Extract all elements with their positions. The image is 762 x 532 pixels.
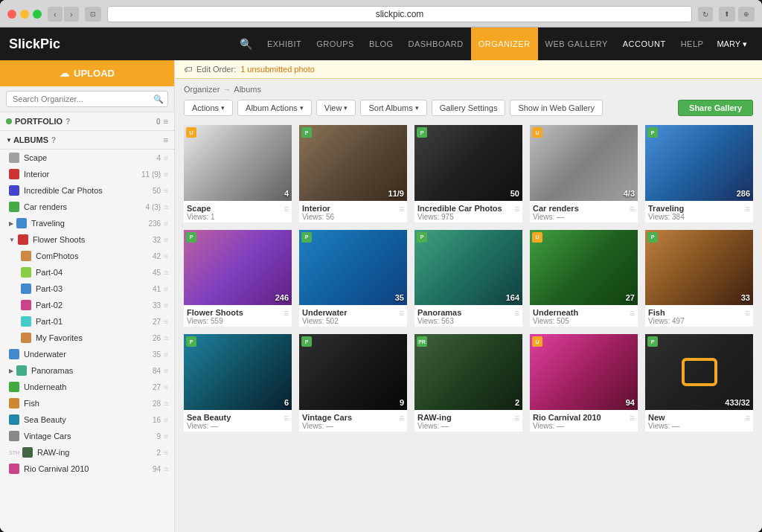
album-drag-handle[interactable]: ≡	[284, 204, 289, 214]
album-card[interactable]: P 164 Panoramas Views: 563 ≡	[414, 230, 522, 327]
portfolio-help-icon[interactable]: ?	[65, 118, 70, 126]
drag-handle[interactable]: ≡	[164, 170, 168, 179]
share-browser-button[interactable]: ⬆	[719, 7, 735, 22]
sidebar-item-car-renders[interactable]: Car renders 4 (3) ≡	[0, 199, 174, 215]
sidebar-item-panoramas[interactable]: ▶ Panoramas 84 ≡	[0, 362, 174, 379]
nav-dashboard[interactable]: DASHBOARD	[401, 28, 471, 60]
drag-handle[interactable]: ≡	[164, 269, 168, 277]
drag-handle[interactable]: ≡	[164, 154, 168, 162]
tab-button[interactable]: ⊡	[85, 7, 101, 22]
expand-arrow[interactable]: ▶	[9, 368, 13, 374]
album-card[interactable]: P 433/32 New Views: — ≡	[645, 334, 753, 432]
actions-button[interactable]: Actions ▾	[184, 100, 233, 116]
album-thumbnail[interactable]: U 27	[530, 230, 638, 306]
sidebar-item-interior[interactable]: Interior 11 (9) ≡	[0, 166, 174, 182]
album-thumbnail[interactable]: P 164	[414, 230, 522, 306]
portfolio-menu-icon[interactable]: ≡	[164, 117, 168, 126]
drag-handle[interactable]: ≡	[164, 432, 168, 440]
album-thumbnail[interactable]: U 4/3	[530, 125, 638, 201]
search-icon[interactable]: 🔍	[232, 38, 260, 50]
album-thumbnail[interactable]: P 246	[184, 230, 292, 306]
album-thumbnail[interactable]: P 6	[184, 334, 292, 410]
drag-handle[interactable]: ≡	[164, 203, 168, 211]
album-card[interactable]: U 27 Underneath Views: 505 ≡	[530, 230, 638, 327]
album-card[interactable]: P 6 Sea Beauty Views: — ≡	[184, 334, 292, 432]
address-bar[interactable]: slickpic.com	[107, 6, 692, 22]
drag-handle[interactable]: ≡	[164, 367, 168, 375]
sidebar-item-underwater[interactable]: Underwater 35 ≡	[0, 346, 174, 362]
album-card[interactable]: U 94 Rio Carnival 2010 Views: — ≡	[530, 334, 638, 432]
sidebar-item-fish[interactable]: Fish 28 ≡	[0, 395, 174, 411]
nav-user[interactable]: MARY ▾	[711, 39, 753, 49]
view-button[interactable]: View ▾	[316, 100, 356, 116]
search-input[interactable]	[6, 91, 168, 107]
drag-handle[interactable]: ≡	[164, 400, 168, 408]
expand-arrow[interactable]: ▶	[9, 220, 13, 227]
album-drag-handle[interactable]: ≡	[399, 204, 404, 214]
album-drag-handle[interactable]: ≡	[284, 308, 289, 318]
album-thumbnail[interactable]: P 35	[299, 230, 407, 306]
drag-handle[interactable]: ≡	[164, 301, 168, 310]
album-card[interactable]: P 286 Traveling Views: 384 ≡	[645, 125, 753, 222]
album-card[interactable]: PR 2 RAW-ing Views: — ≡	[414, 334, 522, 432]
sidebar-item-flower-shoots[interactable]: ▼ Flower Shoots 32 ≡	[0, 231, 174, 248]
album-card[interactable]: U 4 Scape Views: 1 ≡	[184, 125, 292, 222]
minimize-button[interactable]	[20, 10, 29, 19]
album-thumbnail[interactable]: PR 2	[414, 334, 522, 410]
album-thumbnail[interactable]: P 11/9	[299, 125, 407, 201]
sidebar-item-part01[interactable]: Part-01 27 ≡	[0, 313, 174, 330]
album-thumbnail[interactable]: P 9	[299, 334, 407, 410]
drag-handle[interactable]: ≡	[164, 285, 168, 293]
album-thumbnail[interactable]: U 4	[184, 125, 292, 201]
album-drag-handle[interactable]: ≡	[630, 308, 635, 318]
nav-account[interactable]: AccouNT	[615, 28, 673, 60]
sidebar-item-part04[interactable]: Part-04 45 ≡	[0, 264, 174, 281]
drag-handle[interactable]: ≡	[164, 236, 168, 244]
share-gallery-button[interactable]: Share Gallery	[678, 100, 753, 116]
album-drag-handle[interactable]: ≡	[745, 413, 750, 423]
refresh-button[interactable]: ↻	[698, 7, 713, 22]
sidebar-item-comphotos[interactable]: ComPhotos 42 ≡	[0, 248, 174, 264]
album-drag-handle[interactable]: ≡	[514, 308, 519, 318]
sidebar-item-favorites[interactable]: My Favorites 26 ≡	[0, 330, 174, 346]
album-thumbnail[interactable]: U 94	[530, 334, 638, 410]
album-thumbnail[interactable]: P 433/32	[645, 334, 753, 410]
unsubmitted-link[interactable]: 1 unsubmitted photo	[240, 65, 315, 74]
forward-button[interactable]: ›	[64, 7, 79, 22]
album-card[interactable]: U 4/3 Car renders Views: — ≡	[530, 125, 638, 222]
album-card[interactable]: P 33 Fish Views: 497 ≡	[645, 230, 753, 327]
breadcrumb-root[interactable]: Organizer	[184, 85, 220, 94]
album-drag-handle[interactable]: ≡	[630, 204, 635, 214]
nav-blog[interactable]: BLOG	[362, 28, 401, 60]
drag-handle[interactable]: ≡	[164, 219, 168, 228]
album-card[interactable]: P 9 Vintage Cars Views: — ≡	[299, 334, 407, 432]
show-web-gallery-button[interactable]: Show in Web Gallery	[510, 100, 603, 116]
album-card[interactable]: P 11/9 Interior Views: 56 ≡	[299, 125, 407, 222]
drag-handle[interactable]: ≡	[164, 383, 168, 391]
drag-handle[interactable]: ≡	[164, 252, 168, 260]
sidebar-item-scape[interactable]: Scape 4 ≡	[0, 150, 174, 166]
album-drag-handle[interactable]: ≡	[514, 413, 519, 423]
sidebar-item-car-photos[interactable]: Incredible Car Photos 50 ≡	[0, 182, 174, 199]
sort-albums-button[interactable]: Sort Albums ▾	[360, 100, 426, 116]
album-card[interactable]: P 246 Flower Shoots Views: 559 ≡	[184, 230, 292, 327]
albums-header[interactable]: ▼ ALBUMS ? ≡	[0, 131, 174, 149]
album-thumbnail[interactable]: P 33	[645, 230, 753, 306]
drag-handle[interactable]: ≡	[164, 350, 168, 359]
sidebar-item-traveling[interactable]: ▶ Traveling 236 ≡	[0, 215, 174, 231]
album-drag-handle[interactable]: ≡	[514, 204, 519, 214]
album-drag-handle[interactable]: ≡	[399, 308, 404, 318]
sidebar-item-vintage-cars[interactable]: Vintage Cars 9 ≡	[0, 428, 174, 444]
album-drag-handle[interactable]: ≡	[745, 308, 750, 318]
drag-handle[interactable]: ≡	[164, 318, 168, 326]
drag-handle[interactable]: ≡	[164, 416, 168, 424]
back-button[interactable]: ‹	[48, 7, 63, 22]
sidebar-item-rio-carnival[interactable]: Rio Carnival 2010 94 ≡	[0, 461, 174, 477]
nav-exhibit[interactable]: EXHIBIT	[260, 28, 309, 60]
nav-groups[interactable]: GROUPS	[309, 28, 362, 60]
sidebar-item-part03[interactable]: Part-03 41 ≡	[0, 281, 174, 297]
album-card[interactable]: P 50 Incredible Car Photos Views: 975 ≡	[414, 125, 522, 222]
sidebar-item-underneath[interactable]: Underneath 27 ≡	[0, 379, 174, 395]
drag-handle[interactable]: ≡	[164, 449, 168, 457]
nav-help[interactable]: HELP	[673, 28, 711, 60]
